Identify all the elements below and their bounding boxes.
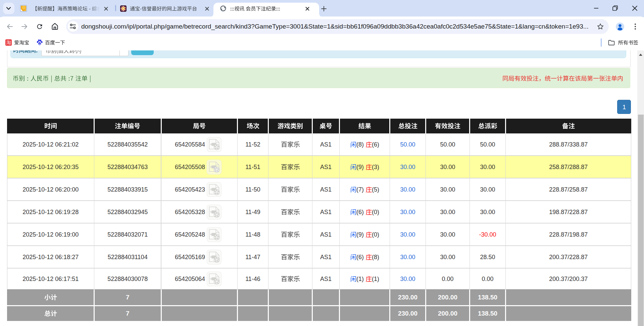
svg-text:du: du (39, 43, 41, 45)
